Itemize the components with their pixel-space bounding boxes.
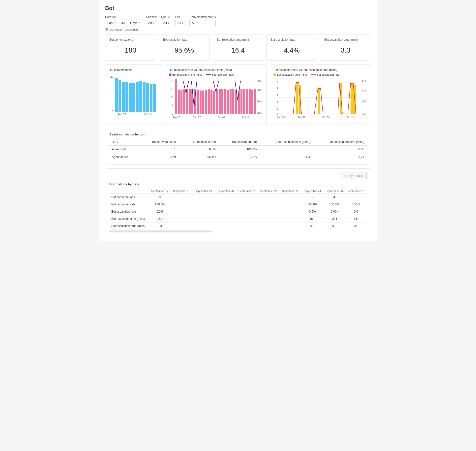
legend-dot-escalation-time xyxy=(273,73,276,76)
svg-text:70%: 70% xyxy=(257,112,262,115)
kpi-value-3: 4.4% xyxy=(270,44,313,57)
kpi-row: Bot conversations 180 Bot resolution rat… xyxy=(105,34,371,61)
status-select[interactable]: All ▾ xyxy=(189,20,216,26)
svg-text:Oct 04: Oct 04 xyxy=(322,116,330,119)
metric-sep20-2 xyxy=(214,208,236,215)
svg-text:3: 3 xyxy=(276,94,278,96)
kpi-title-4: Bot escalation time (mins) xyxy=(324,38,367,41)
svg-text:0: 0 xyxy=(112,110,113,113)
col-escalation-time[interactable]: Bot escalation time (mins) xyxy=(313,139,367,145)
col-sep26: September 2^ xyxy=(345,189,367,194)
svg-text:30%: 30% xyxy=(361,80,366,82)
metric-sep21-4 xyxy=(236,223,258,230)
charts-row: Bot conversations 20 10 0 Sep 2 xyxy=(105,64,371,125)
metric-sep19-3 xyxy=(193,215,214,223)
col-sep25: September 25 xyxy=(323,189,345,194)
svg-rect-36 xyxy=(180,90,182,114)
svg-rect-52 xyxy=(224,89,226,114)
legend-escalation-time: Bot escalation time (mins) xyxy=(273,73,308,76)
col-conversations[interactable]: Bot conversations xyxy=(139,139,178,145)
bot-res-rate-0: 0.0% xyxy=(178,145,218,153)
svg-rect-46 xyxy=(208,89,210,114)
metric-sep19-2 xyxy=(193,208,214,215)
svg-rect-16 xyxy=(150,84,152,112)
duration-value-input[interactable]: 30 xyxy=(119,20,127,26)
svg-text:90%: 90% xyxy=(257,89,262,92)
svg-text:0: 0 xyxy=(172,112,173,115)
col-resolution-time[interactable]: Bot resolution time (mins) xyxy=(259,139,313,145)
svg-text:Sep 27: Sep 27 xyxy=(298,116,305,119)
horizontal-scrollbar[interactable] xyxy=(109,230,212,232)
metric-sep22-2 xyxy=(258,208,280,215)
session-metrics-title: Session metrics by bot xyxy=(109,132,367,136)
bot-res-time-0 xyxy=(259,145,313,153)
svg-rect-50 xyxy=(219,89,221,114)
queue-filter: Queue All ▾ xyxy=(161,15,171,26)
svg-rect-48 xyxy=(213,91,215,114)
legend-label-escalation-time: Bot escalation time (mins) xyxy=(277,73,308,76)
metric-sep26-0 xyxy=(345,194,367,201)
col-bot[interactable]: Bot ▾ xyxy=(109,139,139,145)
legend-label-resolution-time: Bot resolution time (mins) xyxy=(172,73,203,76)
duration-filter: Duration Last ▾ 30 Days ▾ xyxy=(105,15,142,26)
metric-sep25-3: 16.4 xyxy=(323,215,345,223)
sort-arrow-bot: ▾ xyxy=(117,141,118,143)
svg-rect-61 xyxy=(249,89,251,114)
bot-esc-rate-0: 100.0% xyxy=(218,145,259,153)
queue-select[interactable]: All ▾ xyxy=(161,20,171,26)
svg-rect-12 xyxy=(136,82,139,112)
metric-sep20-4 xyxy=(214,223,236,230)
channel-arrow: ▾ xyxy=(153,22,154,24)
bot-res-rate-1: 96.1% xyxy=(178,153,218,161)
hourly-details-button[interactable]: Hourly details xyxy=(340,172,367,179)
bot-conv-0: 1 xyxy=(139,145,178,153)
kpi-escalation-time: Bot escalation time (mins) 3.3 xyxy=(320,34,371,61)
svg-rect-10 xyxy=(129,83,132,112)
svg-rect-34 xyxy=(175,79,177,114)
col-escalation-rate[interactable]: Bot escalation rate xyxy=(218,139,259,145)
duration-label: Duration xyxy=(105,15,142,19)
metric-sep18-4 xyxy=(171,223,193,230)
svg-text:20%: 20% xyxy=(361,90,366,93)
svg-rect-42 xyxy=(197,90,199,114)
metric-sep22-1 xyxy=(258,201,280,208)
metric-label-3: Bot resolution time (mins) xyxy=(109,215,149,223)
metric-row-conversations: Bot conversations 9 2 4 xyxy=(109,194,367,201)
channel-value: All xyxy=(148,21,152,25)
kpi-value-1: 95.6% xyxy=(163,44,206,57)
col-sep23: September 23 xyxy=(280,189,301,194)
col-sep18: September 18 xyxy=(171,189,193,194)
duration-preset-select[interactable]: Last ▾ xyxy=(105,20,118,26)
col-resolution-rate[interactable]: Bot resolution rate xyxy=(178,139,218,145)
duration-unit-select[interactable]: Days ▾ xyxy=(128,20,142,26)
metric-sep26-3: 16. xyxy=(345,215,367,223)
metric-label-1: Bot resolution rate xyxy=(109,201,149,208)
svg-rect-9 xyxy=(125,82,128,112)
metric-sep22-3 xyxy=(258,215,280,223)
svg-rect-43 xyxy=(200,91,202,114)
metric-sep19-1 xyxy=(193,201,214,208)
metric-sep22-0 xyxy=(258,194,280,201)
channel-select[interactable]: All ▾ xyxy=(146,20,157,26)
queue-arrow: ▾ xyxy=(168,22,169,24)
svg-text:Oct 11: Oct 11 xyxy=(347,116,354,119)
svg-rect-15 xyxy=(146,83,149,112)
bot-esc-time-1: 3.71 xyxy=(313,153,367,161)
svg-text:Oct 11: Oct 11 xyxy=(144,113,152,116)
metrics-by-date-table-container[interactable]: September 17 September 18 September 19 S… xyxy=(109,189,367,232)
metrics-by-date-card: Hourly details Bot metrics by date Septe… xyxy=(105,168,371,236)
filters-bar: Duration Last ▾ 30 Days ▾ Channel All ▾ … xyxy=(105,15,371,26)
bot-select[interactable]: All ▾ xyxy=(175,20,185,26)
svg-text:10: 10 xyxy=(171,96,174,99)
status-value: All xyxy=(192,21,195,25)
bot-label: Bot xyxy=(175,15,185,19)
channel-label: Channel xyxy=(146,15,157,19)
duration-preset-arrow: ▾ xyxy=(115,22,116,24)
svg-rect-8 xyxy=(122,82,125,112)
svg-text:Oct 11: Oct 11 xyxy=(242,116,249,119)
metric-sep23-3 xyxy=(280,215,301,223)
col-sep20: September 20 xyxy=(214,189,236,194)
duration-unit-arrow: ▾ xyxy=(139,22,140,24)
bot-name-1: Agent Jarvis xyxy=(109,153,139,161)
metric-row-resolution-rate: Bot resolution rate 100.0% 100.0% 100.0%… xyxy=(109,201,367,208)
